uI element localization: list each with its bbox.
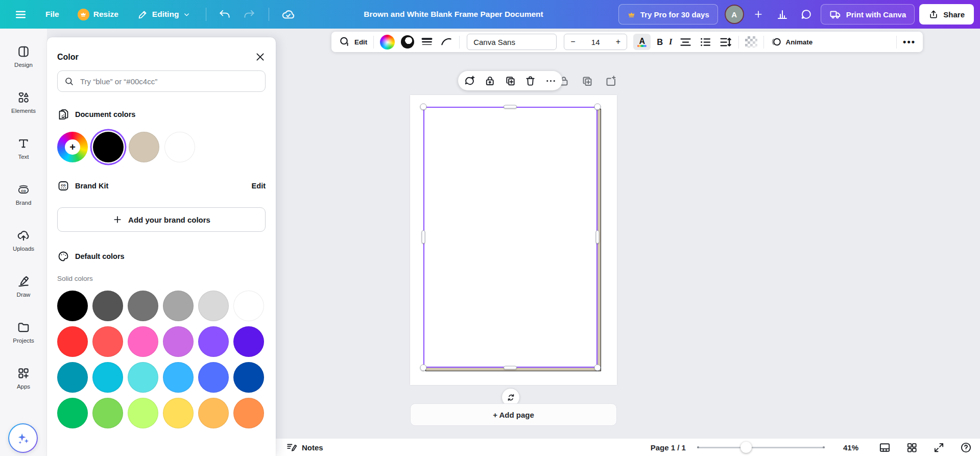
color-swatch[interactable] <box>128 362 158 393</box>
sidebar-item-brand[interactable]: co Brand <box>2 183 45 229</box>
share-button[interactable]: Share <box>919 4 974 25</box>
print-button[interactable]: Print with Canva <box>821 4 915 25</box>
more-options-button[interactable]: ••• <box>903 37 916 47</box>
selection-handle-ne[interactable] <box>594 104 601 110</box>
bold-button[interactable]: B <box>657 37 663 47</box>
font-size-decrease-button[interactable]: − <box>570 37 575 46</box>
color-swatch[interactable] <box>92 326 123 357</box>
color-search-input[interactable] <box>79 77 258 86</box>
line-spacing-button[interactable] <box>719 35 732 49</box>
add-brand-colors-button[interactable]: Add your brand colors <box>57 207 266 232</box>
selected-frame-element[interactable] <box>423 107 601 371</box>
color-swatch[interactable] <box>163 291 194 321</box>
sidebar-item-projects[interactable]: Projects <box>2 321 45 367</box>
selection-handle-right[interactable] <box>596 230 600 244</box>
edit-image-button[interactable]: Edit <box>339 36 367 48</box>
brand-kit-edit-link[interactable]: Edit <box>252 182 266 190</box>
help-button[interactable] <box>960 442 972 453</box>
color-swatch[interactable] <box>128 398 158 428</box>
main-menu-button[interactable] <box>14 8 27 21</box>
element-more-button[interactable] <box>545 75 557 87</box>
ai-assistant-button[interactable] <box>8 423 38 453</box>
color-swatch[interactable] <box>57 291 88 321</box>
font-family-select[interactable]: Canva Sans <box>467 34 557 50</box>
close-panel-button[interactable] <box>255 52 266 62</box>
color-swatch[interactable] <box>92 398 123 428</box>
sidebar-item-elements[interactable]: Elements <box>2 91 45 137</box>
text-align-button[interactable] <box>679 35 692 49</box>
italic-button[interactable]: I <box>669 37 672 47</box>
selection-handle-bottom[interactable] <box>504 366 517 370</box>
bullet-list-button[interactable] <box>699 35 712 49</box>
border-style-button[interactable] <box>420 35 434 49</box>
undo-button[interactable] <box>219 9 230 20</box>
color-swatch[interactable] <box>57 362 88 393</box>
sidebar-item-design[interactable]: Design <box>2 45 45 91</box>
color-search[interactable] <box>57 70 266 92</box>
color-swatch[interactable] <box>198 291 229 321</box>
sidebar-item-draw[interactable]: Draw <box>2 275 45 321</box>
redo-button[interactable] <box>244 9 255 20</box>
color-swatch[interactable] <box>92 291 123 321</box>
selection-handle-sw[interactable] <box>420 365 427 371</box>
color-swatch[interactable] <box>128 326 158 357</box>
comments-button[interactable] <box>797 5 816 24</box>
insights-button[interactable] <box>773 5 792 24</box>
try-pro-button[interactable]: Try Pro for 30 days <box>618 4 718 25</box>
color-swatch[interactable] <box>57 398 88 428</box>
presentation-view-button[interactable] <box>879 442 891 453</box>
font-size-value[interactable]: 14 <box>591 38 600 46</box>
animate-button[interactable]: Animate <box>770 36 813 48</box>
color-swatch[interactable] <box>163 398 194 428</box>
color-swatch[interactable] <box>163 326 194 357</box>
document-color-swatch[interactable] <box>129 132 159 162</box>
selection-handle-left[interactable] <box>422 230 425 244</box>
color-swatch[interactable] <box>92 362 123 393</box>
color-swatch[interactable] <box>163 362 194 393</box>
fullscreen-button[interactable] <box>933 442 945 453</box>
sidebar-item-text[interactable]: Text <box>2 137 45 183</box>
notes-button[interactable]: Notes <box>286 442 323 453</box>
duplicate-element-button[interactable] <box>505 75 516 87</box>
curve-button[interactable] <box>440 35 453 49</box>
color-swatch[interactable] <box>233 326 264 357</box>
add-color-button[interactable]: + <box>57 132 88 162</box>
add-member-button[interactable] <box>749 5 768 24</box>
duplicate-page-button[interactable] <box>581 75 593 87</box>
file-button[interactable]: File <box>45 10 59 19</box>
sidebar-item-uploads[interactable]: Uploads <box>2 229 45 275</box>
delete-element-button[interactable] <box>524 75 536 87</box>
resize-button[interactable]: Resize <box>78 9 118 20</box>
add-comment-button[interactable] <box>464 75 475 87</box>
pages-view-icon <box>879 442 891 453</box>
document-color-swatch[interactable] <box>164 132 195 162</box>
color-swatch[interactable] <box>198 362 229 393</box>
transparency-button[interactable] <box>745 36 757 47</box>
zoom-slider-knob[interactable] <box>740 442 752 453</box>
lock-element-button[interactable] <box>484 75 496 87</box>
text-color-button[interactable]: A <box>633 34 651 50</box>
border-color-button[interactable] <box>401 35 414 49</box>
color-swatch[interactable] <box>57 326 88 357</box>
grid-view-button[interactable] <box>906 442 918 453</box>
color-swatch[interactable] <box>233 362 264 393</box>
document-title[interactable]: Brown and White Blank Frame Paper Docume… <box>364 0 543 29</box>
add-page-icon-button[interactable] <box>605 75 617 87</box>
avatar[interactable]: A <box>725 5 744 24</box>
color-swatch[interactable] <box>128 291 158 321</box>
color-wheel-button[interactable] <box>380 35 395 50</box>
sidebar-item-apps[interactable]: Apps <box>2 367 45 413</box>
font-size-increase-button[interactable]: + <box>616 37 620 46</box>
document-color-swatch-selected[interactable] <box>93 132 124 162</box>
add-page-button[interactable]: + Add page <box>410 403 617 426</box>
color-swatch[interactable] <box>198 326 229 357</box>
color-swatch[interactable] <box>198 398 229 428</box>
zoom-slider-track[interactable] <box>697 447 825 448</box>
color-swatch[interactable] <box>233 398 264 428</box>
editing-mode-button[interactable]: Editing <box>138 9 191 19</box>
selection-handle-se[interactable] <box>594 365 601 371</box>
selection-handle-nw[interactable] <box>420 104 427 110</box>
color-swatch[interactable] <box>233 291 264 321</box>
zoom-slider[interactable] <box>697 442 825 453</box>
selection-handle-top[interactable] <box>504 105 517 109</box>
